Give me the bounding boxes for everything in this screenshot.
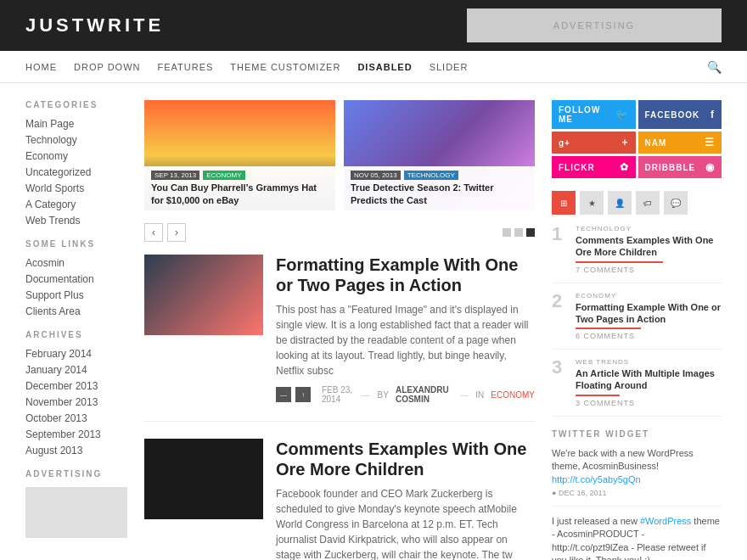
article-1-meta: — ↑ FEB 23, 2014 — BY ALEXANDRU COSMIN —… xyxy=(276,385,535,404)
slide-1-date: SEP 13, 2013 xyxy=(151,171,199,180)
social-flickr-label: FLICKR xyxy=(559,163,595,172)
article-1-share[interactable]: ↑ xyxy=(295,387,311,402)
slider-dots xyxy=(503,228,535,237)
archive-oct2013[interactable]: October 2013 xyxy=(25,412,127,424)
social-rss[interactable]: NAM ☰ xyxy=(638,132,722,154)
tweet-2-text: I just released a new #WordPress theme -… xyxy=(552,515,722,560)
widget-filter-tag[interactable]: 🏷 xyxy=(636,191,660,215)
twitter-widget-title: TWITTER WIDGET xyxy=(552,429,722,439)
sidebar-item-technology[interactable]: Technology xyxy=(25,134,127,146)
popular-comments-2: 6 COMMENTS xyxy=(576,332,722,340)
social-facebook-label: FACEBOOK xyxy=(645,110,700,120)
popular-body-1: TECHNOLOGY Comments Examples With One Or… xyxy=(576,225,722,274)
slider-dot-3[interactable] xyxy=(526,228,535,237)
popular-title-3[interactable]: An Article With Multiple Images Floating… xyxy=(576,367,722,392)
sidebar-link-supportplus[interactable]: Support Plus xyxy=(25,289,127,301)
popular-cat-2: ECONOMY xyxy=(576,292,722,300)
sidebar-item-economy[interactable]: Economy xyxy=(25,150,127,162)
social-dribbble[interactable]: DRIBBBLE ◉ xyxy=(638,156,722,178)
article-1-category[interactable]: ECONOMY xyxy=(491,390,535,400)
slider-prev[interactable]: ‹ xyxy=(144,223,163,242)
nav-features[interactable]: FEATURES xyxy=(157,53,213,81)
tweet-1: We're back with a new WordPress theme, A… xyxy=(552,447,722,507)
dribbble-icon: ◉ xyxy=(705,161,715,173)
social-twitter[interactable]: FOLLOW ME 🐦 xyxy=(552,100,636,129)
search-icon[interactable]: 🔍 xyxy=(707,60,722,74)
article-1-title[interactable]: Formatting Example With One or Two Pages… xyxy=(276,255,535,295)
social-flickr[interactable]: FLICKR ✿ xyxy=(552,156,636,178)
facebook-icon: f xyxy=(710,109,715,120)
content-area: CATEGORIES Main Page Technology Economy … xyxy=(0,83,747,560)
article-1-thumb[interactable] xyxy=(144,255,263,335)
featured-slider: SEP 13, 2013 ECONOMY You Can Buy Pharrel… xyxy=(144,100,535,210)
archive-dec2013[interactable]: December 2013 xyxy=(25,380,127,392)
popular-item-1: 1 TECHNOLOGY Comments Examples With One … xyxy=(552,225,722,283)
nav-customizer[interactable]: THEME CUSTOMIZER xyxy=(230,53,340,81)
popular-title-1[interactable]: Comments Examples With One Ore More Chil… xyxy=(576,234,722,259)
slider-next[interactable]: › xyxy=(167,223,186,242)
slider-dot-2[interactable] xyxy=(514,228,523,237)
tweet-1-date: ● DEC 16, 2011 xyxy=(552,489,722,497)
twitter-widget: We're back with a new WordPress theme, A… xyxy=(552,447,722,560)
article-2-thumb[interactable] xyxy=(144,439,263,519)
popular-bar-1 xyxy=(576,261,663,263)
social-rss-label: NAM xyxy=(645,138,667,148)
slide-2[interactable]: NOV 05, 2013 TECHNOLOGY True Detective S… xyxy=(344,100,535,210)
article-1-bookmark[interactable]: — xyxy=(276,387,291,402)
popular-bar-2 xyxy=(576,328,641,329)
sidebar-item-webtrends[interactable]: Web Trends xyxy=(25,215,127,227)
twitter-icon: 🐦 xyxy=(615,109,629,120)
sidebar-link-acosmin[interactable]: Acosmin xyxy=(25,257,127,269)
article-1-excerpt: This post has a "Featured Image" and it'… xyxy=(276,302,535,378)
popular-item-3: 3 WEB TRENDS An Article With Multiple Im… xyxy=(552,358,722,417)
article-1-date: FEB 23, 2014 xyxy=(322,385,356,404)
article-2-title[interactable]: Comments Examples With One Ore More Chil… xyxy=(276,439,535,479)
social-twitter-label: FOLLOW ME xyxy=(559,105,615,124)
slide-1-meta: SEP 13, 2013 ECONOMY You Can Buy Pharrel… xyxy=(144,166,335,210)
categories-heading: CATEGORIES xyxy=(25,100,127,109)
widget-filter-person[interactable]: 👤 xyxy=(608,191,632,215)
sidebar-link-documentation[interactable]: Documentation xyxy=(25,273,127,285)
sidebar-link-clientsarea[interactable]: Clients Area xyxy=(25,305,127,317)
sidebar-item-uncategorized[interactable]: Uncategorized xyxy=(25,166,127,178)
nav-home[interactable]: HOME xyxy=(25,53,57,81)
tweet-2-wp-link[interactable]: #WordPress xyxy=(640,516,691,526)
slider-dot-1[interactable] xyxy=(503,228,511,237)
tweet-1-link[interactable]: http://t.co/y5aby5gQn xyxy=(552,474,641,484)
sidebar-item-worldsports[interactable]: World Sports xyxy=(25,182,127,194)
article-1-in: IN xyxy=(475,390,484,400)
article-1-author[interactable]: ALEXANDRU COSMIN xyxy=(396,385,453,404)
widget-filter-star[interactable]: ★ xyxy=(580,191,604,215)
slide-1[interactable]: SEP 13, 2013 ECONOMY You Can Buy Pharrel… xyxy=(144,100,335,210)
popular-num-1: 1 xyxy=(552,225,569,274)
main-nav: HOME DROP DOWN FEATURES THEME CUSTOMIZER… xyxy=(0,51,747,83)
archive-aug2013[interactable]: August 2013 xyxy=(25,445,127,456)
article-2-body: Comments Examples With One Ore More Chil… xyxy=(276,439,535,560)
site-title: JUSTWRITE xyxy=(25,14,467,36)
widget-filter-grid[interactable]: ⊞ xyxy=(552,191,576,215)
popular-comments-3: 3 COMMENTS xyxy=(576,399,722,407)
slide-2-category: TECHNOLOGY xyxy=(404,171,458,180)
archive-nov2013[interactable]: November 2013 xyxy=(25,396,127,408)
slider-controls: ‹ › xyxy=(144,223,535,242)
sidebar-item-acategory[interactable]: A Category xyxy=(25,199,127,210)
article-1: Formatting Example With One or Two Pages… xyxy=(144,255,535,422)
widget-filter-chat[interactable]: 💬 xyxy=(664,191,688,215)
slide-1-category: ECONOMY xyxy=(203,171,244,180)
archive-feb2014[interactable]: February 2014 xyxy=(25,348,127,360)
social-google[interactable]: g+ + xyxy=(552,132,636,154)
ad-label: ADVERTISING xyxy=(553,20,635,31)
archive-sep2013[interactable]: September 2013 xyxy=(25,428,127,440)
social-facebook[interactable]: FACEBOOK f xyxy=(638,100,722,129)
article-2-excerpt: Facebook founder and CEO Mark Zuckerberg… xyxy=(276,486,535,560)
nav-slider[interactable]: SLIDER xyxy=(430,53,469,81)
popular-body-3: WEB TRENDS An Article With Multiple Imag… xyxy=(576,358,722,407)
advertising-heading: ADVERTISING xyxy=(25,469,127,479)
nav-disabled[interactable]: DISABLED xyxy=(357,53,412,81)
sidebar-item-mainpage[interactable]: Main Page xyxy=(25,118,127,130)
nav-dropdown[interactable]: DROP DOWN xyxy=(74,53,140,81)
left-ad-banner xyxy=(25,487,127,538)
popular-title-2[interactable]: Formatting Example With One or Two Pages… xyxy=(576,301,722,326)
popular-posts: 1 TECHNOLOGY Comments Examples With One … xyxy=(552,225,722,417)
archive-jan2014[interactable]: January 2014 xyxy=(25,364,127,376)
